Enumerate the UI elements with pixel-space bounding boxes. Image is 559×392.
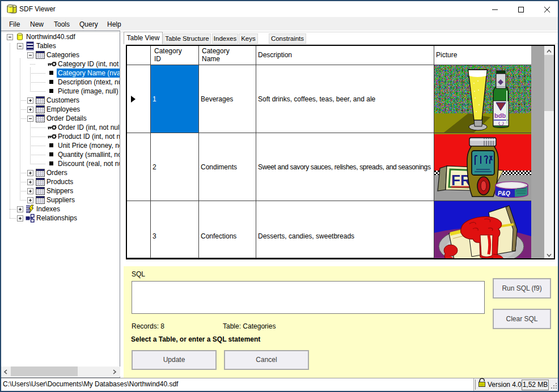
svg-text:P&Q: P&Q xyxy=(498,190,510,197)
svg-text:bdb: bdb xyxy=(494,112,506,119)
